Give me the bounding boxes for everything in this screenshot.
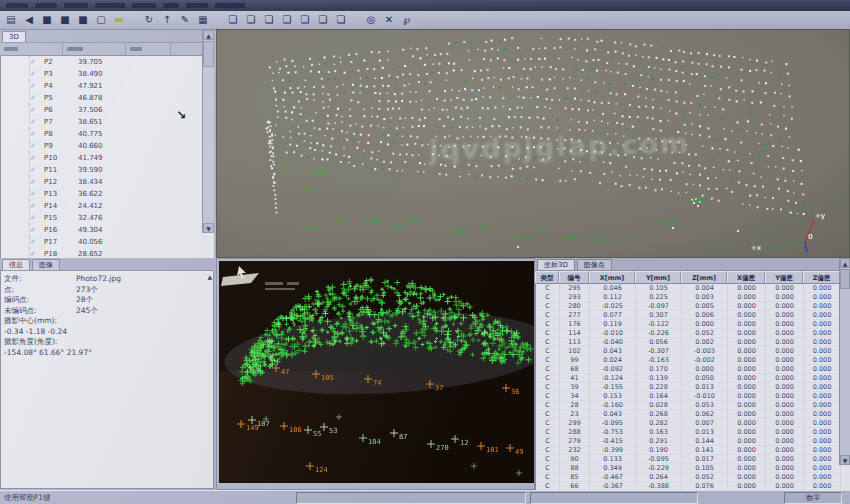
list-item[interactable]: ✓P1532.476 bbox=[29, 212, 214, 224]
table-row[interactable]: C1760.119-0.1220.0000.0000.0000.000 bbox=[536, 320, 850, 329]
check-icon: ✓ bbox=[30, 118, 44, 126]
stop-icon[interactable]: ■ bbox=[39, 13, 55, 27]
check-icon: ✓ bbox=[30, 238, 44, 246]
status-bar: 使用帮助F1键 数字 bbox=[0, 490, 850, 504]
list-item[interactable]: ✓P1649.304 bbox=[29, 224, 214, 236]
page-icon-6[interactable]: ❏ bbox=[315, 13, 331, 27]
list-item[interactable]: ✓P239.705 bbox=[29, 56, 214, 68]
table-scrollbar[interactable]: ▲ ▼ bbox=[839, 258, 850, 465]
stop-icon-2[interactable]: ■ bbox=[57, 13, 73, 27]
list-item[interactable]: ✓P546.878 bbox=[29, 92, 214, 104]
key-icon[interactable]: ℘ bbox=[399, 13, 415, 27]
menu-item[interactable] bbox=[95, 3, 125, 8]
page-icon-1[interactable]: ❏ bbox=[225, 13, 241, 27]
status-help-text: 使用帮助F1键 bbox=[0, 493, 296, 503]
page-icon-3[interactable]: ❏ bbox=[261, 13, 277, 27]
menu-item[interactable] bbox=[215, 3, 245, 8]
menu-item[interactable] bbox=[186, 3, 208, 8]
page-icon-4[interactable]: ❏ bbox=[279, 13, 295, 27]
table-row[interactable]: C279-0.4150.2910.1440.0000.0000.000 bbox=[536, 437, 850, 446]
close-icon[interactable]: ✕ bbox=[381, 13, 397, 27]
frame-icon[interactable]: ▢ bbox=[93, 13, 109, 27]
list-item[interactable]: ✓P637.506 bbox=[29, 104, 214, 116]
table-row[interactable]: C230.0430.2680.0620.0000.0000.000 bbox=[536, 410, 850, 419]
page-icon-2[interactable]: ❏ bbox=[243, 13, 259, 27]
save-icon[interactable]: ▤ bbox=[3, 13, 19, 27]
table-row[interactable]: C900.133-0.0950.0170.0000.0000.000 bbox=[536, 455, 850, 464]
list-item[interactable]: ✓P840.775 bbox=[29, 128, 214, 140]
battery-icon[interactable]: ▬ bbox=[111, 13, 127, 27]
list-item[interactable]: ✓P1336.622 bbox=[29, 188, 214, 200]
photo-view[interactable] bbox=[216, 258, 535, 490]
list-item[interactable]: ✓P1238.434 bbox=[29, 176, 214, 188]
table-tabstrip: 坐标3D 图像点 bbox=[535, 258, 850, 271]
info-body: 文件:Photo72.jpg 点:273个 编码点:28个 未编码点:245个 … bbox=[0, 271, 214, 489]
scroll-up-icon[interactable]: ▲ bbox=[207, 273, 212, 280]
stop-icon-3[interactable]: ■ bbox=[75, 13, 91, 27]
menu-bar bbox=[0, 0, 850, 11]
table-row[interactable]: C880.349-0.2290.1050.0000.0000.000 bbox=[536, 464, 850, 473]
list-item[interactable]: ✓P338.490 bbox=[29, 68, 214, 80]
coordinate-table-panel: 坐标3D 图像点 类型编号X[mm]Y[mm]Z[mm]X偏差[mm]Y偏差[m… bbox=[535, 258, 850, 490]
status-segment bbox=[530, 492, 698, 504]
file-label: 文件: bbox=[4, 274, 76, 285]
menu-item[interactable] bbox=[64, 3, 88, 8]
list-item[interactable]: ✓P1041.749 bbox=[29, 152, 214, 164]
photo-canvas[interactable] bbox=[219, 261, 534, 483]
tab-image[interactable]: 图像 bbox=[32, 259, 60, 270]
table-row[interactable]: C299-0.0950.2820.0070.0000.0000.000 bbox=[536, 419, 850, 428]
table-row[interactable]: C280-0.025-0.0970.0050.0000.0000.000 bbox=[536, 302, 850, 311]
point-list: ✓P239.705✓P338.490✓P447.921✓P546.878✓P63… bbox=[0, 56, 214, 259]
list-item[interactable]: ✓P1424.412 bbox=[29, 200, 214, 212]
table-row[interactable]: C114-0.010-0.2260.0520.0000.0000.000 bbox=[536, 329, 850, 338]
tab-image-points[interactable]: 图像点 bbox=[577, 259, 612, 270]
photo-info-panel: 信息 图像 文件:Photo72.jpg 点:273个 编码点:28个 未编码点… bbox=[0, 258, 214, 490]
camera-center-values: -0.34 -1.18 -0.24 bbox=[4, 327, 211, 338]
table-row[interactable]: C2770.0770.3070.0060.0000.0000.000 bbox=[536, 311, 850, 320]
menu-item[interactable] bbox=[132, 3, 156, 8]
tab-3d[interactable]: 3D bbox=[2, 31, 26, 42]
magnifier-icon[interactable]: ◎ bbox=[363, 13, 379, 27]
points-label: 点: bbox=[4, 285, 76, 296]
list-item[interactable]: ✓P447.921 bbox=[29, 80, 214, 92]
table-row[interactable]: C232-0.3990.1900.1410.0000.0000.000 bbox=[536, 446, 850, 455]
check-icon: ✓ bbox=[30, 214, 44, 222]
table-row[interactable]: C68-0.0920.1700.0000.0000.0000.000 bbox=[536, 365, 850, 374]
list-scrollbar[interactable]: ▲ ▼ bbox=[202, 30, 214, 233]
camera-angle-label: 摄影角度(角度): bbox=[4, 337, 211, 348]
page-icon-5[interactable]: ❏ bbox=[297, 13, 313, 27]
table-row[interactable]: C39-0.1550.2280.0130.0000.0000.000 bbox=[536, 383, 850, 392]
menu-item[interactable] bbox=[6, 3, 28, 8]
menu-item[interactable] bbox=[163, 3, 179, 8]
list-item[interactable]: ✓P940.660 bbox=[29, 140, 214, 152]
table-row[interactable]: C288-0.7530.1630.0130.0000.0000.000 bbox=[536, 428, 850, 437]
pointcloud-3d-view[interactable]: jqvdpjgiap.com bbox=[216, 29, 850, 258]
up-arrow-icon[interactable]: ↑ bbox=[159, 13, 175, 27]
table-row[interactable]: C2930.1120.2250.0030.0000.0000.000 bbox=[536, 293, 850, 302]
check-icon: ✓ bbox=[30, 154, 44, 162]
list-item[interactable]: ✓P738.651 bbox=[29, 116, 214, 128]
table-row[interactable]: C340.1530.164-0.0100.0000.0000.000 bbox=[536, 392, 850, 401]
menu-item[interactable] bbox=[35, 3, 57, 8]
points-value: 273个 bbox=[76, 285, 98, 296]
table-row[interactable]: C113-0.0400.0560.0020.0000.0000.000 bbox=[536, 338, 850, 347]
list-item[interactable]: ✓P1139.590 bbox=[29, 164, 214, 176]
camera-center-label: 摄影中心(mm): bbox=[4, 316, 211, 327]
table-row[interactable]: C28-0.1600.0280.0530.0000.0000.000 bbox=[536, 401, 850, 410]
table-row[interactable]: C1020.043-0.307-0.0030.0000.0000.000 bbox=[536, 347, 850, 356]
redo-icon[interactable]: ↻ bbox=[141, 13, 157, 27]
select-box-icon[interactable]: ▦ bbox=[195, 13, 211, 27]
tab-info[interactable]: 信息 bbox=[2, 259, 30, 270]
table-row[interactable]: C2950.0460.1050.0040.0000.0000.000 bbox=[536, 284, 850, 293]
table-row[interactable]: C990.024-0.163-0.0020.0000.0000.000 bbox=[536, 356, 850, 365]
tab-coords-3d[interactable]: 坐标3D bbox=[537, 259, 575, 270]
table-row[interactable]: C41-0.1240.1390.0500.0000.0000.000 bbox=[536, 374, 850, 383]
check-icon: ✓ bbox=[30, 70, 44, 78]
back-icon[interactable]: ◀ bbox=[21, 13, 37, 27]
table-row[interactable]: C85-0.4670.2640.0520.0000.0000.000 bbox=[536, 473, 850, 482]
page-icon-7[interactable]: ❏ bbox=[333, 13, 349, 27]
edit-icon[interactable]: ✎ bbox=[177, 13, 193, 27]
list-item[interactable]: ✓P1740.056 bbox=[29, 236, 214, 248]
info-tabstrip: 信息 图像 bbox=[0, 258, 214, 271]
camera-angle-values: -154.08° 61.66° 21.97° bbox=[4, 348, 211, 359]
